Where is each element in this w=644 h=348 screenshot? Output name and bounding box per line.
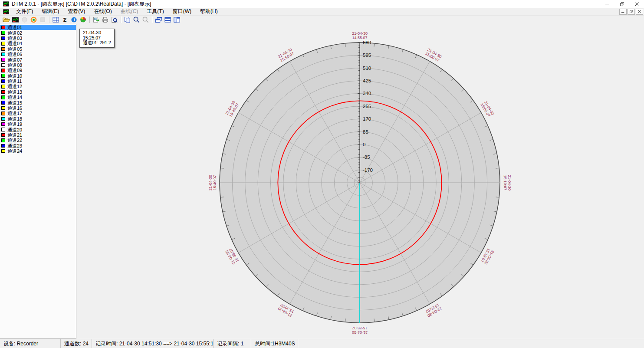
channel-label: 通道22 xyxy=(7,138,22,143)
info-button[interactable]: i xyxy=(69,16,78,24)
menu-item-7[interactable]: 窗口(W) xyxy=(168,7,196,16)
data-curve-button[interactable] xyxy=(11,16,20,24)
channel-list-item-16[interactable]: 通道16 xyxy=(0,105,76,111)
time-label: 21-04-3015:25:07 xyxy=(352,326,368,335)
time-label-time: 15:10:07 xyxy=(503,175,507,190)
menu-item-4[interactable]: 在线(O) xyxy=(89,7,116,16)
copy-button[interactable] xyxy=(123,16,131,24)
tile-vertical-icon xyxy=(173,16,181,23)
channel-list-item-7[interactable]: 通道07 xyxy=(0,57,76,62)
data-table-button[interactable] xyxy=(51,16,60,24)
tile-vertical-button[interactable] xyxy=(172,16,181,24)
channel-list-item-8[interactable]: 通道08 xyxy=(0,62,76,68)
time-label-date: 21-04-30 xyxy=(352,31,368,36)
status-field-4: 记录间隔: 1 xyxy=(214,339,251,348)
channel-label: 通道16 xyxy=(7,105,22,111)
channel-label: 通道06 xyxy=(7,52,22,57)
channel-list-item-5[interactable]: 通道05 xyxy=(0,46,76,52)
menu-item-2[interactable]: 编辑(E) xyxy=(37,7,63,16)
channel-color-swatch xyxy=(1,58,5,62)
channel-list-item-12[interactable]: 通道12 xyxy=(0,84,76,89)
channel-color-swatch xyxy=(1,95,5,99)
status-field-3: 记录时间: 21-04-30 14:51:30 ==> 21-04-30 15:… xyxy=(92,339,214,348)
menu-item-1[interactable]: 文件(F) xyxy=(12,7,37,16)
tile-horizontal-button[interactable] xyxy=(163,16,172,24)
sigma-button[interactable]: Σ xyxy=(60,16,69,24)
channel-list-item-13[interactable]: 通道13 xyxy=(0,89,76,95)
channel-color-swatch xyxy=(1,26,5,30)
channel-label: 通道03 xyxy=(7,36,22,41)
menu-item-8[interactable]: 帮助(H) xyxy=(196,7,222,16)
time-label: 21-04-3014:55:07 xyxy=(352,31,368,40)
channel-color-swatch xyxy=(1,74,5,78)
channel-list-item-17[interactable]: 通道17 xyxy=(0,111,76,116)
channel-list-item-9[interactable]: 通道09 xyxy=(0,68,76,73)
menu-item-3[interactable]: 查看(V) xyxy=(63,7,89,16)
pie-chart-button[interactable] xyxy=(79,16,87,24)
channel-label: 通道12 xyxy=(7,84,22,89)
channel-list-panel[interactable]: 通道01通道02通道03通道04通道05通道06通道07通道08通道09通道10… xyxy=(0,24,76,339)
record-icon xyxy=(30,16,37,23)
channel-list-item-15[interactable]: 通道15 xyxy=(0,100,76,105)
channel-label: 通道10 xyxy=(7,73,22,79)
channel-color-swatch xyxy=(1,90,5,94)
mdi-minimize-button[interactable] xyxy=(619,9,627,15)
restore-button[interactable] xyxy=(614,0,629,8)
zoom-in-icon xyxy=(133,16,140,23)
zoom-out-button xyxy=(141,16,150,24)
menu-item-5: 曲线(C) xyxy=(116,7,143,16)
status-field-empty xyxy=(298,339,644,348)
channel-list-item-4[interactable]: 通道04 xyxy=(0,41,76,46)
axis-value-label: -170 xyxy=(363,167,373,173)
polar-chart-area: 680595510425340255170850-85-17021-04-301… xyxy=(76,24,644,339)
export-image-button[interactable] xyxy=(92,16,100,24)
channel-list-item-1[interactable]: 通道01 xyxy=(0,25,76,30)
channel-list-item-19[interactable]: 通道19 xyxy=(0,121,76,127)
print-button[interactable] xyxy=(101,16,109,24)
channel-color-swatch xyxy=(1,138,5,142)
channel-list-item-20[interactable]: 通道20 xyxy=(0,127,76,132)
channel-list-item-23[interactable]: 通道23 xyxy=(0,143,76,148)
record-button[interactable] xyxy=(29,16,38,24)
zoom-in-button[interactable] xyxy=(132,16,141,24)
toolbar-separator xyxy=(152,16,152,23)
channel-list-item-2[interactable]: 通道02 xyxy=(0,30,76,35)
mdi-restore-button[interactable] xyxy=(628,9,635,15)
title-bar: DTM 2.0.1 - [圆盘显示] [C:\DTM 2.0.2\RealDat… xyxy=(0,0,644,8)
status-field-5: 总时间:1H3M40S xyxy=(251,339,298,348)
channel-label: 通道13 xyxy=(7,89,22,95)
channel-label: 通道04 xyxy=(7,41,22,46)
mdi-close-button[interactable] xyxy=(636,9,643,15)
menu-item-6[interactable]: 工具(T) xyxy=(142,7,168,16)
time-label: 21-04-3015:10:07 xyxy=(503,175,512,190)
channel-color-swatch xyxy=(1,69,5,72)
channel-list-item-3[interactable]: 通道03 xyxy=(0,36,76,41)
mdi-minimize-icon xyxy=(621,10,624,13)
channel-list-item-24[interactable]: 通道24 xyxy=(0,148,76,154)
channel-label: 通道23 xyxy=(7,143,22,148)
channel-list-item-11[interactable]: 通道11 xyxy=(0,79,76,84)
data-table-icon xyxy=(52,16,59,23)
channel-color-swatch xyxy=(1,31,5,35)
time-label-date: 21-04-30 xyxy=(208,175,213,190)
channel-list-item-14[interactable]: 通道14 xyxy=(0,95,76,100)
data-curve-icon xyxy=(12,16,19,23)
minimize-button[interactable] xyxy=(600,0,614,8)
channel-list-item-6[interactable]: 通道06 xyxy=(0,52,76,57)
channel-color-swatch xyxy=(1,79,5,83)
channel-list-item-18[interactable]: 通道18 xyxy=(0,116,76,121)
open-folder-button[interactable] xyxy=(2,16,10,24)
channel-list-item-21[interactable]: 通道21 xyxy=(0,132,76,138)
time-label-time: 15:40:07 xyxy=(213,175,217,190)
channel-list-item-10[interactable]: 通道10 xyxy=(0,73,76,79)
mdi-restore-icon xyxy=(630,10,633,13)
cascade-windows-button[interactable] xyxy=(154,16,163,24)
mdi-child-icon[interactable] xyxy=(3,9,9,14)
channel-label: 通道19 xyxy=(7,121,22,127)
close-button[interactable] xyxy=(629,0,644,8)
channel-label: 通道21 xyxy=(7,132,22,138)
polar-chart[interactable]: 680595510425340255170850-85-17021-04-301… xyxy=(76,24,644,339)
channel-list-item-22[interactable]: 通道22 xyxy=(0,138,76,143)
print-preview-button[interactable] xyxy=(110,16,118,24)
svg-text:Σ: Σ xyxy=(63,16,67,23)
